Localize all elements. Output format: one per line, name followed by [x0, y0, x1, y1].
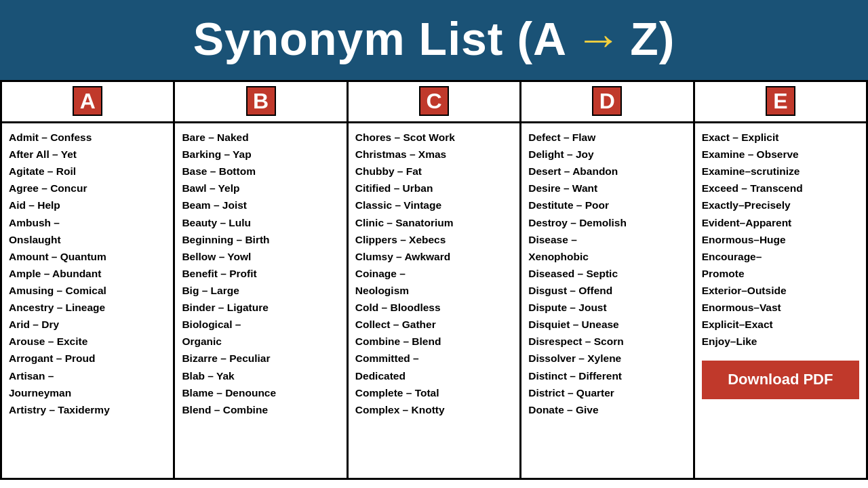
column-items-d: Defect – FlawDelight – JoyDesert – Aband…	[521, 129, 692, 418]
list-item: Distinct – Different	[528, 367, 686, 384]
list-item: Collect – Gather	[355, 316, 513, 333]
list-item: Xenophobic	[528, 248, 686, 265]
list-item: Ample – Abundant	[9, 265, 166, 282]
list-item: Complex – Knotty	[355, 401, 513, 418]
list-item: Exactly–Precisely	[702, 197, 859, 214]
list-item: Arouse – Excite	[9, 333, 166, 350]
list-item: Enormous–Huge	[702, 231, 859, 248]
list-item: Ambush –	[9, 214, 166, 231]
list-item: Arid – Dry	[9, 316, 166, 333]
list-item: Journeyman	[9, 384, 166, 401]
column-b: BBare – NakedBarking – YapBase – BottomB…	[175, 82, 348, 478]
list-item: Complete – Total	[355, 384, 513, 401]
list-item: Christmas – Xmas	[355, 146, 513, 163]
column-a: AAdmit – ConfessAfter All – YetAgitate –…	[2, 82, 175, 478]
list-item: Encourage–	[702, 248, 859, 265]
column-header-d: D	[521, 82, 692, 123]
list-item: Clinic – Sanatorium	[355, 214, 513, 231]
column-items-b: Bare – NakedBarking – YapBase – BottomBa…	[175, 129, 346, 418]
list-item: Agree – Concur	[9, 180, 166, 197]
list-item: Desert – Abandon	[528, 163, 686, 180]
column-header-c: C	[349, 82, 519, 123]
title-text: Synonym List (A	[193, 12, 568, 65]
list-item: Exterior–Outside	[702, 282, 859, 299]
column-letter-a: A	[73, 86, 102, 116]
list-item: Desire – Want	[528, 180, 686, 197]
column-letter-d: D	[592, 86, 622, 116]
list-item: Destitute – Poor	[528, 197, 686, 214]
column-e: EExact – ExplicitExamine – ObserveExamin…	[695, 82, 866, 478]
download-pdf-button[interactable]: Download PDF	[702, 361, 859, 399]
list-item: Bizarre – Peculiar	[182, 350, 339, 367]
list-item: Destroy – Demolish	[528, 214, 686, 231]
list-item: Coinage –	[355, 265, 513, 282]
content-area: AAdmit – ConfessAfter All – YetAgitate –…	[0, 80, 868, 480]
list-item: Citified – Urban	[355, 180, 513, 197]
list-item: Dedicated	[355, 367, 513, 384]
list-item: Diseased – Septic	[528, 265, 686, 282]
list-item: Combine – Blend	[355, 333, 513, 350]
list-item: Artisan –	[9, 367, 166, 384]
list-item: Arrogant – Proud	[9, 350, 166, 367]
list-item: Delight – Joy	[528, 146, 686, 163]
list-item: Amount – Quantum	[9, 248, 166, 265]
list-item: Exact – Explicit	[702, 129, 859, 146]
list-item: Defect – Flaw	[528, 129, 686, 146]
list-item: Blend – Combine	[182, 401, 339, 418]
list-item: Bawl – Yelp	[182, 180, 339, 197]
list-item: Disgust – Offend	[528, 282, 686, 299]
arrow-icon: →	[575, 12, 622, 65]
column-c: CChores – Scot WorkChristmas – XmasChubb…	[349, 82, 521, 478]
column-items-a: Admit – ConfessAfter All – YetAgitate – …	[2, 129, 173, 418]
list-item: Donate – Give	[528, 401, 686, 418]
list-item: Evident–Apparent	[702, 214, 859, 231]
list-item: Beauty – Lulu	[182, 214, 339, 231]
column-header-a: A	[2, 82, 173, 123]
title-text-end: Z)	[630, 12, 675, 65]
list-item: Neologism	[355, 282, 513, 299]
column-header-e: E	[695, 82, 866, 123]
list-item: Disease –	[528, 231, 686, 248]
list-item: Blab – Yak	[182, 367, 339, 384]
list-item: Disquiet – Unease	[528, 316, 686, 333]
list-item: Clippers – Xebecs	[355, 231, 513, 248]
list-item: Examine – Observe	[702, 146, 859, 163]
list-item: Onslaught	[9, 231, 166, 248]
list-item: Amusing – Comical	[9, 282, 166, 299]
list-item: Beam – Joist	[182, 197, 339, 214]
list-item: Exceed – Transcend	[702, 180, 859, 197]
list-item: Admit – Confess	[9, 129, 166, 146]
list-item: Classic – Vintage	[355, 197, 513, 214]
list-item: Ancestry – Lineage	[9, 299, 166, 316]
column-items-e: Exact – ExplicitExamine – ObserveExamine…	[695, 129, 866, 350]
list-item: Big – Large	[182, 282, 339, 299]
list-item: Benefit – Profit	[182, 265, 339, 282]
list-item: Blame – Denounce	[182, 384, 339, 401]
list-item: Chores – Scot Work	[355, 129, 513, 146]
column-header-b: B	[175, 82, 346, 123]
list-item: Disrespect – Scorn	[528, 333, 686, 350]
column-d: DDefect – FlawDelight – JoyDesert – Aban…	[521, 82, 694, 478]
list-item: Beginning – Birth	[182, 231, 339, 248]
list-item: Base – Bottom	[182, 163, 339, 180]
list-item: Binder – Ligature	[182, 299, 339, 316]
column-letter-c: C	[419, 86, 449, 116]
column-items-c: Chores – Scot WorkChristmas – XmasChubby…	[349, 129, 519, 418]
list-item: Aid – Help	[9, 197, 166, 214]
list-item: Enormous–Vast	[702, 299, 859, 316]
list-item: Committed –	[355, 350, 513, 367]
header: Synonym List (A → Z)	[0, 0, 868, 80]
list-item: Promote	[702, 265, 859, 282]
column-letter-b: B	[246, 86, 276, 116]
list-item: After All – Yet	[9, 146, 166, 163]
column-letter-e: E	[766, 86, 795, 116]
list-item: Bellow – Yowl	[182, 248, 339, 265]
list-item: Examine–scrutinize	[702, 163, 859, 180]
list-item: Organic	[182, 333, 339, 350]
list-item: Chubby – Fat	[355, 163, 513, 180]
list-item: Barking – Yap	[182, 146, 339, 163]
list-item: Bare – Naked	[182, 129, 339, 146]
list-item: Clumsy – Awkward	[355, 248, 513, 265]
list-item: Dissolver – Xylene	[528, 350, 686, 367]
list-item: Artistry – Taxidermy	[9, 401, 166, 418]
